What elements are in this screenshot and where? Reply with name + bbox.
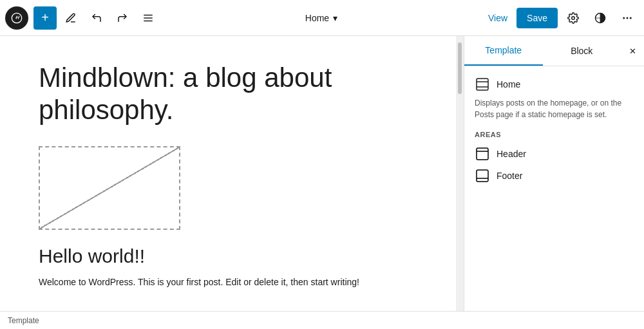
image-placeholder <box>39 146 180 230</box>
toolbar: + Home ▾ View Save <box>0 0 644 36</box>
panel-content: Home Displays posts on the homepage, or … <box>464 66 644 311</box>
header-area-label: Header <box>497 149 526 159</box>
footer-area-label: Footer <box>497 171 522 181</box>
tools-button[interactable] <box>59 6 82 30</box>
template-row: Home <box>475 77 634 92</box>
more-options-button[interactable] <box>616 6 639 30</box>
template-name: Home <box>497 79 520 89</box>
toolbar-center: Home ▾ <box>162 9 480 27</box>
right-panel: Template Block ✕ Home Displays posts on … <box>464 36 644 311</box>
page-name: Home <box>305 13 329 23</box>
svg-rect-13 <box>477 170 488 182</box>
panel-close-button[interactable]: ✕ <box>621 39 644 62</box>
post-excerpt: Welcome to WordPress. This is your first… <box>39 275 417 289</box>
main-layout: Mindblown: a blog about philosophy. Hell… <box>0 36 644 311</box>
status-bar: Template <box>0 311 644 329</box>
scroll-track[interactable] <box>456 36 464 311</box>
redo-button[interactable] <box>111 6 134 30</box>
tab-block[interactable]: Block <box>543 37 621 65</box>
svg-point-3 <box>572 16 575 19</box>
add-block-button[interactable]: + <box>33 6 57 30</box>
toolbar-right: View Save <box>483 6 639 30</box>
svg-rect-11 <box>477 148 488 160</box>
view-button[interactable]: View <box>483 9 513 27</box>
blog-title: Mindblown: a blog about philosophy. <box>39 62 417 127</box>
template-description: Displays posts on the homepage, or on th… <box>475 97 634 120</box>
svg-point-6 <box>627 17 629 19</box>
undo-button[interactable] <box>85 6 108 30</box>
header-icon <box>475 146 490 162</box>
list-view-button[interactable] <box>137 6 160 30</box>
chevron-down-icon: ▾ <box>333 13 337 23</box>
post-title: Hello world!! <box>39 245 417 267</box>
contrast-button[interactable] <box>589 6 612 30</box>
template-icon <box>475 77 490 92</box>
svg-point-5 <box>623 17 625 19</box>
status-text: Template <box>8 316 39 325</box>
panel-tabs: Template Block ✕ <box>464 36 644 66</box>
wp-logo <box>5 6 28 30</box>
save-button[interactable]: Save <box>516 8 558 28</box>
svg-point-7 <box>630 17 632 19</box>
page-selector[interactable]: Home ▾ <box>299 9 344 27</box>
editor-area[interactable]: Mindblown: a blog about philosophy. Hell… <box>0 36 456 311</box>
footer-icon <box>475 168 490 183</box>
settings-button[interactable] <box>562 6 585 30</box>
tab-template[interactable]: Template <box>464 36 543 66</box>
svg-rect-8 <box>477 79 488 90</box>
areas-label: AREAS <box>475 131 634 138</box>
area-item-header[interactable]: Header <box>475 146 634 162</box>
scroll-thumb <box>458 42 462 94</box>
area-item-footer[interactable]: Footer <box>475 168 634 183</box>
